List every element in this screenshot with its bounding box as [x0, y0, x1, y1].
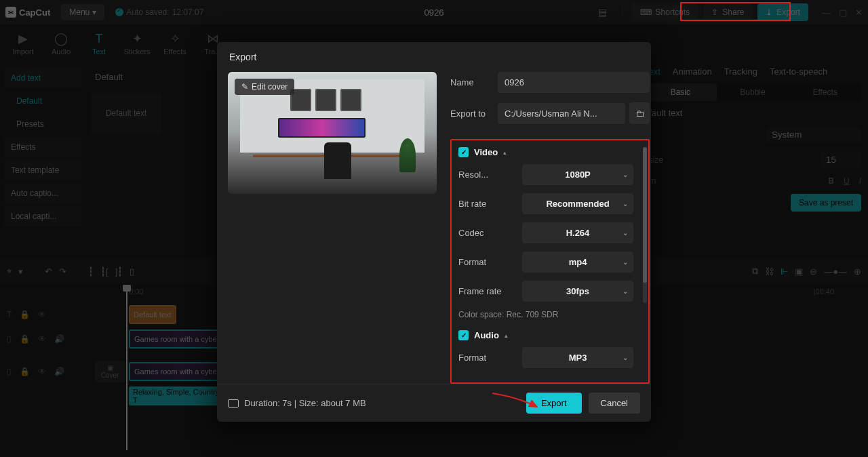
autosave-status: Auto saved: 12:07:07 [115, 7, 203, 17]
chevron-down-icon: ⌄ [623, 200, 628, 207]
delete-icon[interactable]: ▯ [130, 266, 134, 277]
subtab-effects[interactable]: Effects [789, 83, 861, 101]
window-minimize-icon[interactable]: — [822, 7, 831, 18]
ruler-end: |00:40 [814, 287, 834, 296]
edit-cover-button[interactable]: ✎Edit cover [235, 79, 294, 95]
share-button[interactable]: ⇪ Share [703, 3, 752, 21]
undo-icon[interactable]: ↶ [45, 266, 52, 277]
redo-icon[interactable]: ↷ [59, 266, 66, 277]
tool-stickers[interactable]: ✦Stickers [118, 31, 156, 56]
eye-icon[interactable]: 👁 [38, 310, 46, 319]
trim-right-icon[interactable]: ]┇ [115, 266, 123, 277]
save-preset-button[interactable]: Save as preset [791, 194, 861, 212]
app-name: CapCut [19, 7, 50, 18]
sidebar-local-captions[interactable]: Local capti... [4, 206, 81, 226]
name-input[interactable] [498, 72, 650, 93]
subtab-basic[interactable]: Basic [644, 83, 717, 101]
bitrate-label: Bit rate [458, 199, 511, 209]
collapse-icon[interactable]: ▴ [503, 149, 507, 156]
export-to-label: Export to [450, 108, 498, 119]
cover-thumb[interactable]: ▣Cover [95, 361, 125, 382]
media-header: Default [91, 68, 127, 86]
browse-folder-button[interactable]: 🗀 [629, 102, 650, 124]
export-button-top[interactable]: ⤓ Export [757, 3, 808, 21]
window-close-icon[interactable]: ✕ [855, 7, 863, 18]
sidebar-effects[interactable]: Effects [4, 137, 81, 157]
sidebar-auto-captions[interactable]: Auto captio... [4, 183, 81, 203]
import-icon: ▶ [18, 31, 28, 46]
text-icon: T [96, 32, 103, 46]
cancel-button[interactable]: Cancel [589, 393, 640, 414]
resolution-label: Resol... [458, 170, 511, 180]
window-maximize-icon[interactable]: ▢ [839, 7, 847, 18]
sidebar-text-template[interactable]: Text template [4, 160, 81, 180]
tool-text[interactable]: TText [80, 32, 118, 56]
export-confirm-button[interactable]: Export [526, 393, 582, 414]
italic-icon[interactable]: I [859, 176, 861, 186]
split-icon[interactable]: ┇ [88, 266, 94, 277]
zoom-out-icon[interactable]: ⊖ [810, 266, 817, 277]
misc-icon[interactable]: ▣ [795, 266, 803, 277]
layout-icon[interactable]: ▤ [593, 3, 612, 22]
film-icon [228, 399, 239, 408]
trim-left-icon[interactable]: ┇[ [100, 266, 108, 277]
collapse-icon[interactable]: ▴ [505, 332, 508, 339]
scrollbar-thumb[interactable] [643, 147, 647, 283]
audio-icon: ◯ [54, 31, 68, 46]
stickers-icon: ✦ [132, 31, 142, 46]
clip-text[interactable]: Default text [129, 305, 176, 324]
check-icon [115, 8, 123, 16]
audio-section-title: Audio [474, 330, 499, 340]
chevron-down-icon: ⌄ [623, 171, 628, 178]
chevron-down-icon: ⌄ [623, 354, 628, 361]
lock-icon[interactable]: 🔒 [20, 310, 30, 319]
framerate-select[interactable]: 30fps⌄ [522, 281, 633, 302]
tab-animation[interactable]: Animation [673, 66, 712, 77]
cover-preview: ✎Edit cover [228, 72, 437, 194]
playhead[interactable] [126, 287, 127, 450]
chevron-down-icon: ▾ [92, 7, 96, 17]
resolution-select[interactable]: 1080P⌄ [522, 164, 633, 185]
chevron-down-icon: ⌄ [623, 229, 628, 237]
tab-tts[interactable]: Text-to-speech [770, 66, 827, 77]
highlight-share-export [680, 2, 791, 21]
subtab-bubble[interactable]: Bubble [717, 83, 789, 101]
tool-import[interactable]: ▶Import [4, 31, 42, 56]
tab-tracking[interactable]: Tracking [724, 66, 757, 77]
magnet-icon[interactable]: ⧉ [752, 266, 758, 277]
audio-checkbox[interactable]: ✓ [458, 330, 469, 340]
project-title: 0926 [425, 7, 444, 18]
pencil-icon: ✎ [241, 82, 248, 92]
tool-effects[interactable]: ✧Effects [156, 31, 194, 56]
zoom-slider[interactable]: —●— [824, 266, 847, 277]
add-track-icon[interactable]: ⊕ [854, 266, 861, 277]
media-tile-default-text[interactable]: Default text [91, 93, 161, 134]
chevron-down-icon[interactable]: ▾ [18, 266, 23, 277]
font-select[interactable] [766, 126, 861, 143]
codec-select[interactable]: H.264⌄ [522, 222, 633, 243]
shortcuts-button[interactable]: ⌨ Shortcuts [632, 3, 698, 21]
bitrate-select[interactable]: Recommended⌄ [522, 193, 633, 214]
codec-label: Codec [458, 228, 511, 238]
sidebar-default[interactable]: Default [4, 91, 81, 111]
pointer-tool-icon[interactable]: ⌖ [7, 266, 12, 277]
color-space-note: Color space: Rec. 709 SDR [458, 310, 642, 319]
underline-icon[interactable]: U [844, 176, 850, 186]
menu-button[interactable]: Menu ▾ [61, 4, 104, 20]
font-size-input[interactable] [821, 151, 861, 168]
tool-audio[interactable]: ◯Audio [42, 31, 80, 56]
audio-format-select[interactable]: MP3⌄ [522, 347, 633, 368]
chevron-down-icon: ⌄ [623, 258, 628, 266]
sidebar-presets[interactable]: Presets [4, 114, 81, 134]
chevron-down-icon: ⌄ [623, 287, 628, 295]
sidebar-add-text[interactable]: Add text [4, 68, 81, 88]
folder-icon: 🗀 [635, 108, 644, 119]
video-checkbox[interactable]: ✓ [458, 147, 469, 157]
bold-icon[interactable]: B [828, 176, 834, 186]
export-path-input[interactable] [498, 103, 625, 124]
format-select[interactable]: mp4⌄ [522, 252, 633, 273]
link-icon[interactable]: ⛓ [765, 266, 774, 277]
snap-icon[interactable]: ⊩ [781, 266, 788, 277]
name-label: Name [450, 77, 498, 87]
video-section-title: Video [474, 147, 498, 157]
